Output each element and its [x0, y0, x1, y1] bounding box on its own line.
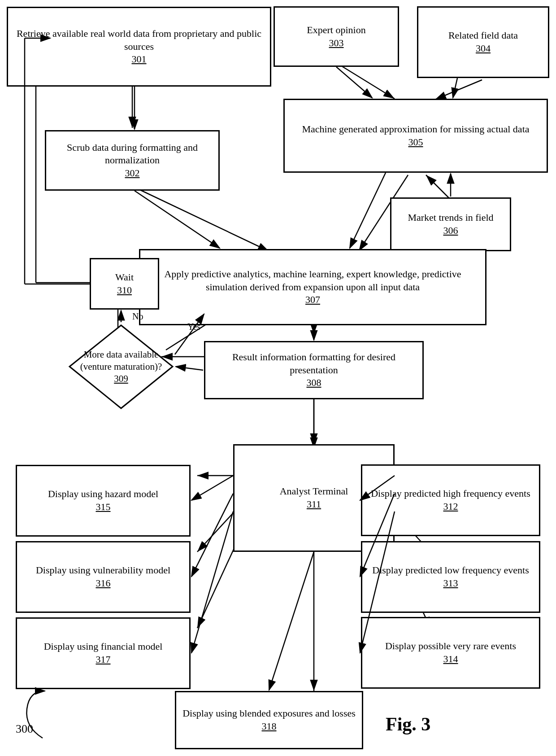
svg-line-39	[191, 476, 233, 500]
svg-line-32	[176, 367, 203, 370]
svg-line-44	[269, 552, 314, 690]
box-303-text: Expert opinion 303	[307, 24, 365, 49]
box-310-label: Wait	[115, 271, 134, 284]
svg-line-27	[453, 78, 457, 98]
box-303-ref: 303	[329, 37, 344, 50]
box-318-ref: 318	[262, 720, 277, 733]
box-317-label: Display using financial model	[44, 640, 163, 653]
box-307-label: Apply predictive analytics, machine lear…	[146, 268, 480, 293]
box-311-ref: 311	[307, 498, 321, 511]
box-304-label: Related field data	[448, 29, 518, 42]
box-305-text: Machine generated approximation for miss…	[302, 123, 529, 149]
box-307-text: Apply predictive analytics, machine lear…	[146, 268, 480, 306]
box-316-text: Display using vulnerability model 316	[36, 564, 170, 590]
box-310-ref: 310	[117, 284, 132, 297]
box-307-ref: 307	[305, 293, 320, 306]
svg-line-26	[336, 67, 372, 98]
box-316-ref: 316	[96, 577, 111, 590]
box-310-text: Wait 310	[115, 271, 134, 297]
box-301-ref: 301	[132, 53, 147, 66]
box-315-text: Display using hazard model 315	[48, 488, 158, 513]
box-317-ref: 317	[96, 653, 111, 666]
box-313: Display predicted low frequency events 3…	[361, 541, 540, 613]
box-312-label: Display predicted high frequency events	[371, 487, 530, 500]
box-305: Machine generated approximation for miss…	[283, 99, 548, 173]
diamond-309-label: More data available (venture maturation)…	[76, 349, 166, 373]
diamond-309: More data available (venture maturation)…	[67, 323, 175, 411]
box-304-text: Related field data 304	[448, 29, 518, 55]
ref-300: 300	[16, 722, 33, 736]
box-303-label: Expert opinion	[307, 24, 365, 37]
box-306-text: Market trends in field 306	[408, 211, 493, 237]
box-318: Display using blended exposures and loss…	[175, 691, 363, 749]
svg-line-2	[132, 186, 269, 251]
box-302-label: Scrub data during formatting and normali…	[52, 141, 213, 167]
box-315-label: Display using hazard model	[48, 488, 158, 501]
svg-line-4	[435, 80, 482, 100]
svg-line-43	[191, 511, 233, 653]
svg-line-29	[350, 173, 386, 248]
box-301: Retrieve available real world data from …	[7, 7, 271, 87]
box-311-text: Analyst Terminal 311	[280, 485, 348, 511]
box-305-label: Machine generated approximation for miss…	[302, 123, 529, 136]
box-313-text: Display predicted low frequency events 3…	[372, 564, 529, 590]
fig-label: Fig. 3	[386, 713, 430, 735]
box-308-ref: 308	[307, 376, 321, 389]
ref-300-label: 300	[16, 722, 33, 735]
box-305-ref: 305	[408, 136, 423, 149]
box-307: Apply predictive analytics, machine lear…	[139, 249, 486, 325]
box-315: Display using hazard model 315	[16, 465, 191, 537]
box-314: Display possible very rare events 314	[361, 617, 540, 689]
diamond-309-text: More data available (venture maturation)…	[67, 323, 175, 411]
box-314-label: Display possible very rare events	[385, 640, 516, 653]
box-301-label: Retrieve available real world data from …	[13, 27, 265, 53]
box-317-text: Display using financial model 317	[44, 640, 163, 666]
box-303: Expert opinion 303	[274, 6, 399, 67]
box-308-text: Result information formatting for desire…	[211, 351, 417, 389]
box-312-text: Display predicted high frequency events …	[371, 487, 530, 513]
box-308: Result information formatting for desire…	[204, 341, 424, 399]
box-312-ref: 312	[443, 500, 458, 513]
box-315-ref: 315	[96, 501, 110, 514]
diagram: Retrieve available real world data from …	[0, 0, 556, 756]
box-310: Wait 310	[90, 258, 159, 310]
box-312: Display predicted high frequency events …	[361, 464, 540, 536]
box-306-label: Market trends in field	[408, 211, 493, 224]
box-308-label: Result information formatting for desire…	[211, 351, 417, 376]
diamond-309-ref: 309	[114, 373, 128, 385]
box-316-label: Display using vulnerability model	[36, 564, 170, 577]
box-302: Scrub data during formatting and normali…	[45, 130, 220, 191]
box-311-label: Analyst Terminal	[280, 485, 348, 498]
svg-line-3	[336, 63, 395, 99]
box-306-ref: 306	[443, 224, 458, 237]
box-318-text: Display using blended exposures and loss…	[182, 707, 356, 733]
box-301-text: Retrieve available real world data from …	[13, 27, 265, 66]
box-313-label: Display predicted low frequency events	[372, 564, 529, 577]
box-314-ref: 314	[443, 653, 458, 666]
box-302-text: Scrub data during formatting and normali…	[52, 141, 213, 180]
svg-line-41	[191, 494, 233, 577]
box-313-ref: 313	[443, 577, 458, 590]
box-314-text: Display possible very rare events 314	[385, 640, 516, 665]
box-304: Related field data 304	[417, 6, 549, 78]
box-306: Market trends in field 306	[390, 197, 511, 251]
box-302-ref: 302	[125, 167, 140, 180]
box-316: Display using vulnerability model 316	[16, 541, 191, 613]
box-318-label: Display using blended exposures and loss…	[182, 707, 356, 720]
box-304-ref: 304	[476, 42, 491, 55]
svg-line-25	[135, 191, 220, 248]
box-317: Display using financial model 317	[16, 617, 191, 689]
